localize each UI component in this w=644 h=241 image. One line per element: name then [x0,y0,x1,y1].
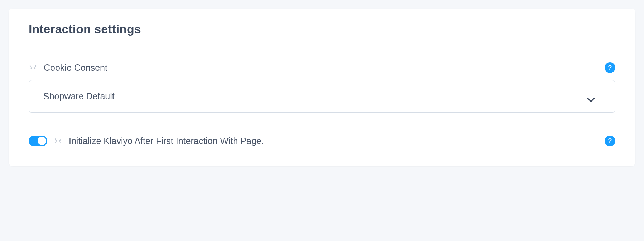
inheritance-icon [54,138,62,144]
card-body: Cookie Consent ? Shopware Default [9,46,635,166]
help-icon[interactable]: ? [605,62,615,73]
help-icon[interactable]: ? [605,136,615,146]
interaction-settings-card: Interaction settings Cookie Consent ? [9,9,635,166]
inheritance-icon [29,64,37,71]
select-value: Shopware Default [43,91,115,102]
toggle-row: Initialize Klaviyo After First Interacti… [29,136,615,146]
chevron-down-icon [587,94,595,99]
init-klaviyo-toggle[interactable] [29,136,47,146]
card-header: Interaction settings [9,9,635,46]
field-label-row: Cookie Consent ? [29,62,615,73]
cookie-consent-label: Cookie Consent [44,63,107,73]
label-left: Cookie Consent [29,63,107,73]
toggle-left: Initialize Klaviyo After First Interacti… [29,136,264,146]
cookie-consent-field: Cookie Consent ? Shopware Default [29,62,615,113]
toggle-knob [38,137,46,145]
cookie-consent-select-wrapper: Shopware Default [29,80,615,113]
init-klaviyo-label: Initialize Klaviyo After First Interacti… [69,136,264,146]
init-klaviyo-field: Initialize Klaviyo After First Interacti… [29,136,615,146]
section-title: Interaction settings [29,22,615,36]
cookie-consent-select[interactable]: Shopware Default [29,80,615,113]
